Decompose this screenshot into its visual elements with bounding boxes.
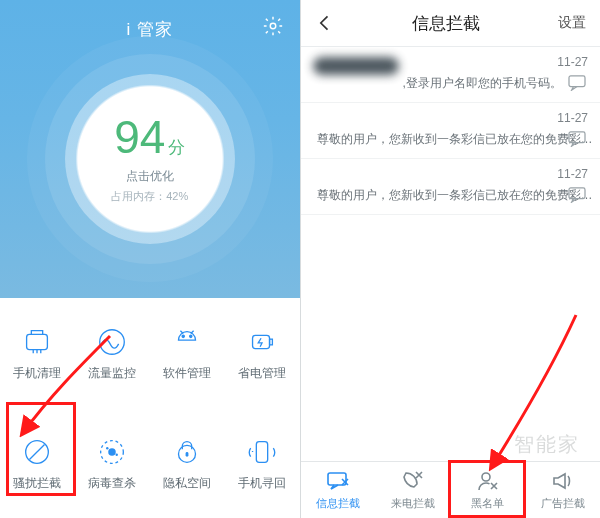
feature-label: 骚扰拦截 — [13, 475, 61, 492]
optimize-score-ring[interactable]: 94分 点击优化 占用内存：42% — [65, 74, 235, 244]
battery-icon — [245, 325, 279, 359]
message-icon — [568, 131, 586, 147]
tab-label: 来电拦截 — [391, 496, 435, 511]
feature-privacy-space[interactable]: 隐私空间 — [150, 408, 225, 518]
tab-call-block[interactable]: 来电拦截 — [375, 462, 450, 518]
feature-find-phone[interactable]: 手机寻回 — [225, 408, 300, 518]
tab-msg-block[interactable]: 信息拦截 — [301, 462, 376, 518]
memory-usage: 占用内存：42% — [111, 189, 188, 204]
hero: i 管家 94分 点击优化 占用内存：42% — [0, 0, 300, 298]
message-block-screen: 信息拦截 设置 ,登录用户名即您的手机号码。 11-27 尊敬的用户，您新收到一… — [300, 0, 601, 518]
message-icon — [568, 187, 586, 203]
feature-label: 手机寻回 — [238, 475, 286, 492]
feature-label: 软件管理 — [163, 365, 211, 382]
svg-rect-17 — [569, 188, 585, 199]
message-item[interactable]: 尊敬的用户，您新收到一条彩信已放在您的免费彩… 11-27 — [301, 103, 601, 159]
message-list: ,登录用户名即您的手机号码。 11-27 尊敬的用户，您新收到一条彩信已放在您的… — [301, 47, 601, 215]
annotation-arrow — [481, 310, 601, 484]
feature-label: 隐私空间 — [163, 475, 211, 492]
svg-rect-16 — [569, 132, 585, 143]
message-item[interactable]: ,登录用户名即您的手机号码。 11-27 — [301, 47, 601, 103]
score-value: 94分 — [114, 114, 185, 160]
tab-label: 广告拦截 — [541, 496, 585, 511]
svg-rect-6 — [270, 339, 273, 345]
svg-point-10 — [106, 446, 108, 448]
settings-link[interactable]: 设置 — [558, 14, 586, 32]
locate-icon — [245, 435, 279, 469]
android-icon — [170, 325, 204, 359]
svg-point-9 — [109, 448, 117, 456]
feature-label: 省电管理 — [238, 365, 286, 382]
feature-label: 病毒查杀 — [88, 475, 136, 492]
message-time: 11-27 — [557, 55, 588, 69]
message-icon — [568, 75, 586, 91]
imanager-home-screen: i 管家 94分 点击优化 占用内存：42% 手机清理 流量监控 软件管理 — [0, 0, 300, 518]
lock-icon — [170, 435, 204, 469]
message-item[interactable]: 尊敬的用户，您新收到一条彩信已放在您的免费彩… 11-27 — [301, 159, 601, 215]
svg-point-0 — [270, 23, 276, 29]
svg-rect-15 — [569, 76, 585, 87]
sender-redacted — [313, 57, 399, 75]
message-time: 11-27 — [557, 167, 588, 181]
message-preview: 尊敬的用户，您新收到一条彩信已放在您的免费彩… — [317, 131, 593, 148]
feature-power-save[interactable]: 省电管理 — [225, 298, 300, 408]
page-title: 信息拦截 — [412, 12, 480, 35]
tab-label: 信息拦截 — [316, 496, 360, 511]
message-time: 11-27 — [557, 111, 588, 125]
msg-block-icon — [326, 469, 350, 493]
gear-icon[interactable] — [262, 15, 284, 37]
message-preview: ,登录用户名即您的手机号码。 — [403, 75, 589, 92]
feature-app-manage[interactable]: 软件管理 — [150, 298, 225, 408]
top-bar: 信息拦截 设置 — [301, 0, 601, 47]
svg-point-11 — [116, 453, 118, 455]
svg-point-3 — [182, 335, 184, 337]
message-preview: 尊敬的用户，您新收到一条彩信已放在您的免费彩… — [317, 187, 593, 204]
call-block-icon — [401, 469, 425, 493]
back-icon[interactable] — [315, 13, 335, 33]
svg-rect-14 — [256, 441, 267, 462]
svg-rect-13 — [186, 452, 189, 457]
optimize-hint: 点击优化 — [126, 168, 174, 185]
svg-rect-5 — [253, 335, 270, 348]
app-title: i 管家 — [0, 18, 300, 41]
svg-point-4 — [190, 335, 192, 337]
